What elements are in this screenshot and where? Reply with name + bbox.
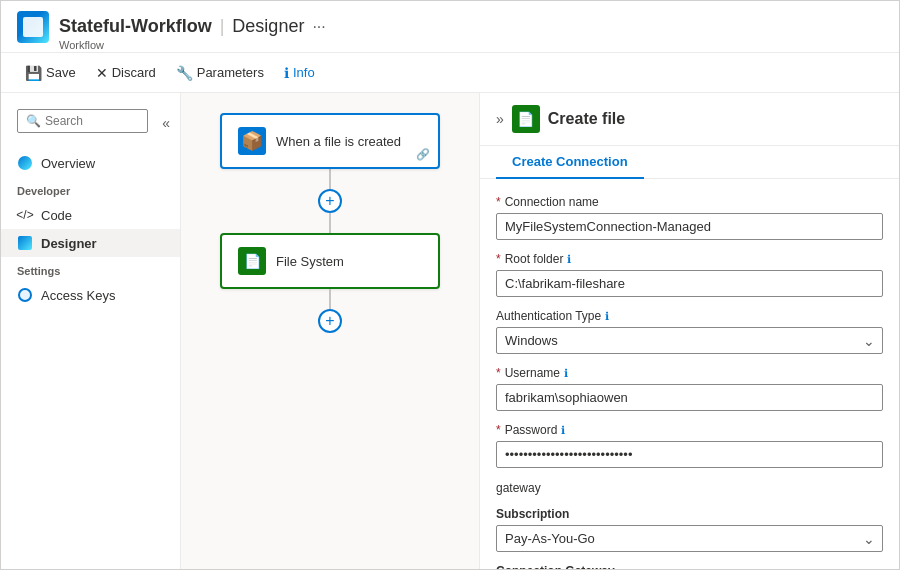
settings-section-label: Settings [1,257,180,281]
username-info-icon[interactable]: ℹ [564,367,568,380]
connector-1: + [318,169,342,233]
root-folder-row: * Root folder ℹ [496,252,883,297]
panel-title: Create file [548,110,625,128]
sidebar: 🔍 « Overview Developer </> Code Designer… [1,93,181,569]
connection-name-row: * Connection name [496,195,883,240]
auth-type-select-wrapper: Windows [496,327,883,354]
password-row: * Password ℹ [496,423,883,468]
sidebar-item-designer[interactable]: Designer [1,229,180,257]
discard-icon: ✕ [96,65,108,81]
workflow-canvas: 📦 When a file is created 🔗 + 📄 File Syst… [181,93,479,569]
bottom-connector: + [318,289,342,333]
connection-gateway-row: Connection Gateway fabrikam-data-gateway… [496,564,883,569]
header-divider: | [220,16,225,37]
auth-type-label: Authentication Type ℹ [496,309,883,323]
search-box[interactable]: 🔍 [17,109,148,133]
subscription-select[interactable]: Pay-As-You-Go [496,525,883,552]
info-icon: ℹ [284,65,289,81]
save-button[interactable]: 💾 Save [17,61,84,85]
panel-tabs: Create Connection [480,146,899,179]
auth-type-info-icon[interactable]: ℹ [605,310,609,323]
username-row: * Username ℹ [496,366,883,411]
root-folder-label: * Root folder ℹ [496,252,883,266]
root-folder-input[interactable] [496,270,883,297]
username-label: * Username ℹ [496,366,883,380]
app-logo [17,11,49,43]
auth-type-select[interactable]: Windows [496,327,883,354]
overview-icon [17,155,33,171]
add-step-button-1[interactable]: + [318,189,342,213]
action-block[interactable]: 📄 File System [220,233,440,289]
right-panel: » 📄 Create file Create Connection * Conn… [479,93,899,569]
code-icon: </> [17,207,33,223]
header-subtitle: Designer [232,16,304,37]
trigger-icon: 📦 [238,127,266,155]
developer-section-label: Developer [1,177,180,201]
action-icon: 📄 [238,247,266,275]
parameters-button[interactable]: 🔧 Parameters [168,61,272,85]
workflow-steps: 📦 When a file is created 🔗 + 📄 File Syst… [220,113,440,333]
panel-body: * Connection name * Root folder ℹ Authen… [480,179,899,569]
parameters-icon: 🔧 [176,65,193,81]
panel-expand-button[interactable]: » [496,111,504,127]
access-keys-icon [17,287,33,303]
add-step-button-2[interactable]: + [318,309,342,333]
sidebar-item-overview[interactable]: Overview [1,149,180,177]
discard-button[interactable]: ✕ Discard [88,61,164,85]
panel-icon: 📄 [512,105,540,133]
subscription-row: Subscription Pay-As-You-Go [496,507,883,552]
breadcrumb: Workflow [59,39,104,51]
connection-name-label: * Connection name [496,195,883,209]
workflow-name: Stateful-Workflow [59,16,212,37]
main-layout: 🔍 « Overview Developer </> Code Designer… [1,93,899,569]
connector-line-bottom [329,213,331,233]
tab-create-connection[interactable]: Create Connection [496,146,644,179]
info-button[interactable]: ℹ Info [276,61,323,85]
designer-icon [17,235,33,251]
app-header: Stateful-Workflow | Designer ··· Workflo… [1,1,899,53]
search-icon: 🔍 [26,114,41,128]
connection-gateway-label: Connection Gateway [496,564,883,569]
sidebar-item-access-keys[interactable]: Access Keys [1,281,180,309]
connector-line-top [329,169,331,189]
trigger-label: When a file is created [276,134,401,149]
subscription-select-wrapper: Pay-As-You-Go [496,525,883,552]
password-label: * Password ℹ [496,423,883,437]
auth-type-row: Authentication Type ℹ Windows [496,309,883,354]
bottom-line [329,289,331,309]
toolbar: 💾 Save ✕ Discard 🔧 Parameters ℹ Info [1,53,899,93]
gateway-text: gateway [496,481,541,495]
chain-icon: 🔗 [416,148,430,161]
sidebar-item-code[interactable]: </> Code [1,201,180,229]
save-icon: 💾 [25,65,42,81]
password-input[interactable] [496,441,883,468]
action-label: File System [276,254,344,269]
root-folder-info-icon[interactable]: ℹ [567,253,571,266]
panel-header: » 📄 Create file [480,93,899,146]
trigger-block[interactable]: 📦 When a file is created 🔗 [220,113,440,169]
username-input[interactable] [496,384,883,411]
gateway-text-row: gateway [496,480,883,495]
collapse-sidebar-button[interactable]: « [160,113,172,133]
search-input[interactable] [45,114,139,128]
connection-name-input[interactable] [496,213,883,240]
subscription-label: Subscription [496,507,883,521]
password-info-icon[interactable]: ℹ [561,424,565,437]
header-more-button[interactable]: ··· [312,18,325,36]
